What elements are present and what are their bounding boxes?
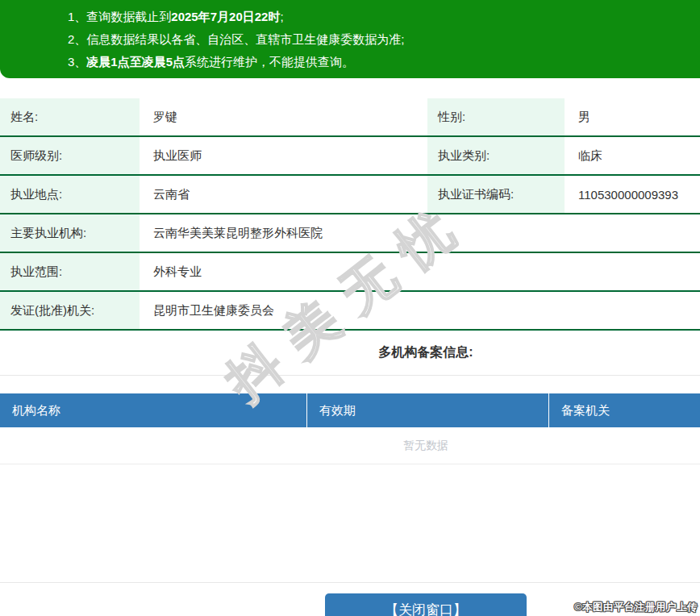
copyright-overlay: ©本图由平台注册用户上传 xyxy=(574,601,698,614)
value-name: 罗键 xyxy=(140,98,427,137)
label-certificate-number: 执业证书编码: xyxy=(427,176,565,214)
value-practice-location: 云南省 xyxy=(140,176,427,214)
notice-line-2: 2、信息数据结果以各省、自治区、直辖市卫生健康委数据为准; xyxy=(0,28,700,51)
value-gender: 男 xyxy=(565,98,700,137)
notice-line-1: 1、查询数据截止到2025年7月20日22时; xyxy=(0,6,700,28)
query-result-page: 1、查询数据截止到2025年7月20日22时; 2、信息数据结果以各省、自治区、… xyxy=(0,0,700,616)
notice-number: 1、 xyxy=(68,10,86,23)
notice-text: 信息数据结果以各省、自治区、直辖市卫生健康委数据为准; xyxy=(86,32,404,46)
value-doctor-level: 执业医师 xyxy=(140,137,427,176)
multi-org-table-header: 机构名称 有效期 备案机关 xyxy=(0,393,700,427)
practitioner-info-table: 姓名: 罗键 性别: 男 医师级别: 执业医师 执业类别: 临床 执业地点: 云… xyxy=(0,98,700,331)
notice-number: 3、 xyxy=(68,55,86,69)
label-gender: 性别: xyxy=(427,98,565,137)
label-primary-institution: 主要执业机构: xyxy=(0,214,140,253)
notice-line-3: 3、凌晨1点至凌晨5点系统进行维护，不能提供查询。 xyxy=(0,51,700,73)
label-practice-category: 执业类别: xyxy=(427,137,565,176)
label-name: 姓名: xyxy=(0,98,140,137)
multi-org-title: 多机构备案信息: xyxy=(0,331,700,376)
column-institution-name: 机构名称 xyxy=(0,393,306,427)
empty-data-row: 暂无数据 xyxy=(0,427,700,464)
footer-divider xyxy=(0,582,700,583)
notice-text-bold: 凌晨1点至凌晨5点 xyxy=(86,55,185,69)
notice-text: 系统进行维护，不能提供查询。 xyxy=(185,55,354,69)
value-issuing-authority: 昆明市卫生健康委员会 xyxy=(140,292,700,331)
label-practice-location: 执业地点: xyxy=(0,176,140,214)
notice-banner: 1、查询数据截止到2025年7月20日22时; 2、信息数据结果以各省、自治区、… xyxy=(0,0,700,78)
empty-data-text: 暂无数据 xyxy=(403,439,448,453)
label-doctor-level: 医师级别: xyxy=(0,137,140,176)
value-practice-category: 临床 xyxy=(565,137,700,176)
value-certificate-number: 110530000009393 xyxy=(565,176,700,214)
notice-text: ; xyxy=(280,10,283,23)
close-window-button[interactable]: 【关闭窗口】 xyxy=(325,593,527,616)
notice-text-bold: 2025年7月20日22时 xyxy=(171,10,280,23)
label-issuing-authority: 发证(批准)机关: xyxy=(0,292,140,331)
notice-number: 2、 xyxy=(68,32,86,46)
notice-text: 查询数据截止到 xyxy=(86,10,171,23)
value-primary-institution: 云南华美美莱昆明整形外科医院 xyxy=(140,214,700,253)
column-filing-authority: 备案机关 xyxy=(548,393,700,427)
value-practice-scope: 外科专业 xyxy=(140,253,700,292)
label-practice-scope: 执业范围: xyxy=(0,253,140,292)
column-validity-period: 有效期 xyxy=(306,393,548,427)
